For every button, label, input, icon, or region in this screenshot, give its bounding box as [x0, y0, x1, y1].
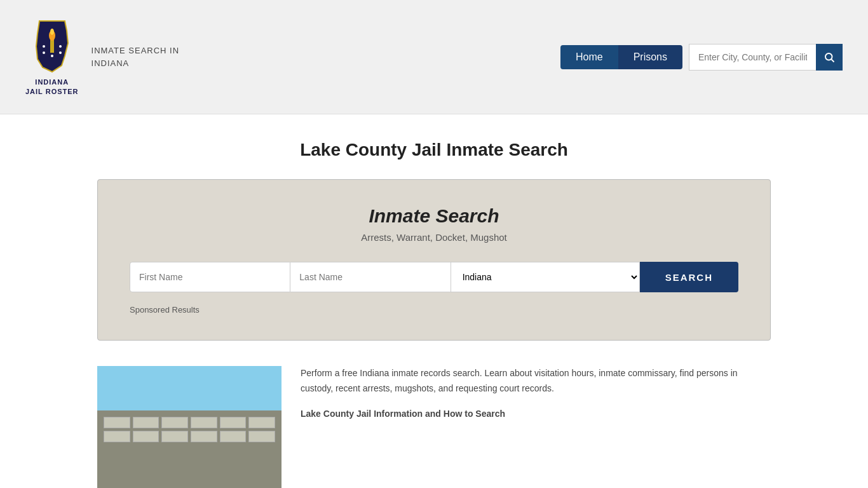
- svg-point-3: [50, 29, 54, 35]
- building-window: [191, 417, 217, 428]
- page-title: Lake County Jail Inmate Search: [97, 140, 771, 160]
- header-nav: Home Prisons: [560, 44, 843, 71]
- svg-point-4: [43, 45, 45, 48]
- building-window: [220, 417, 247, 428]
- building-window: [133, 431, 159, 442]
- building-window: [161, 431, 188, 442]
- bottom-section: Perform a free Indiana inmate records se…: [97, 366, 771, 488]
- sponsored-results-label: Sponsored Results: [130, 305, 738, 315]
- search-button[interactable]: SEARCH: [640, 262, 738, 292]
- header-search-bar: [689, 44, 843, 71]
- search-icon: [824, 51, 835, 63]
- prisons-button[interactable]: Prisons: [618, 45, 682, 69]
- site-tagline: INMATE SEARCH IN INDIANA: [92, 44, 180, 69]
- state-select[interactable]: AlabamaAlaskaArizonaArkansasCaliforniaCo…: [451, 262, 640, 292]
- description-subheading: Lake County Jail Information and How to …: [301, 407, 771, 422]
- main-content: Lake County Jail Inmate Search Inmate Se…: [85, 114, 783, 488]
- building-window: [191, 431, 217, 442]
- logo-text: INDIANA JAIL ROSTER: [25, 78, 79, 96]
- building-windows: [97, 410, 281, 449]
- building-window: [104, 417, 130, 428]
- search-box-subtitle: Arrests, Warrant, Docket, Mugshot: [130, 232, 738, 243]
- svg-point-5: [59, 45, 62, 48]
- header-search-input[interactable]: [689, 44, 816, 71]
- inmate-search-box: Inmate Search Arrests, Warrant, Docket, …: [97, 179, 771, 341]
- building-window: [248, 417, 275, 428]
- building-bg: [97, 410, 281, 488]
- building-window: [104, 431, 130, 442]
- logo-container: INDIANA JAIL ROSTER: [25, 18, 79, 96]
- search-fields: AlabamaAlaskaArizonaArkansasCaliforniaCo…: [130, 262, 738, 292]
- home-button[interactable]: Home: [560, 45, 618, 69]
- sky-bg: [97, 366, 281, 410]
- svg-point-7: [59, 51, 62, 54]
- site-header: INDIANA JAIL ROSTER INMATE SEARCH IN IND…: [0, 0, 868, 114]
- svg-point-8: [51, 55, 53, 57]
- building-window: [220, 431, 247, 442]
- building-window: [161, 417, 188, 428]
- search-box-title: Inmate Search: [130, 205, 738, 227]
- description-paragraph: Perform a free Indiana inmate records se…: [301, 366, 771, 396]
- svg-point-9: [825, 53, 832, 60]
- svg-line-10: [831, 59, 834, 62]
- description-text: Perform a free Indiana inmate records se…: [301, 366, 771, 431]
- header-left: INDIANA JAIL ROSTER INMATE SEARCH IN IND…: [25, 18, 179, 96]
- header-search-button[interactable]: [816, 44, 843, 71]
- building-window: [133, 417, 159, 428]
- jail-image-inner: [97, 366, 281, 488]
- svg-point-6: [43, 51, 45, 54]
- indiana-logo-icon: [30, 18, 74, 75]
- first-name-input[interactable]: [130, 262, 290, 292]
- building-window: [248, 431, 275, 442]
- last-name-input[interactable]: [290, 262, 451, 292]
- jail-image: [97, 366, 281, 488]
